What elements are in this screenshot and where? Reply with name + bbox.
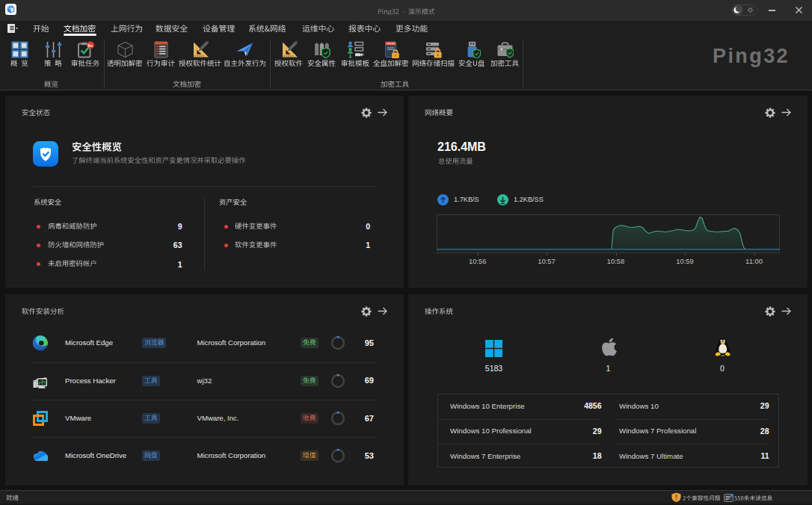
svg-text:9+: 9+ (87, 43, 93, 48)
